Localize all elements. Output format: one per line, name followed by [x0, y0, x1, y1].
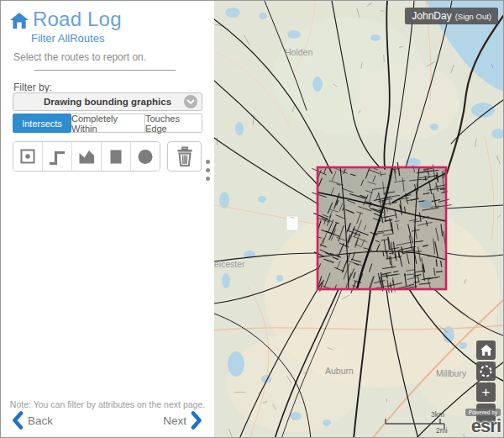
filter-subtitle: Filter AllRoutes [31, 32, 104, 45]
sign-out-link[interactable]: (Sign Out) [455, 12, 491, 21]
chevron-left-icon [12, 411, 24, 430]
route-name-underline [34, 70, 176, 71]
polygon-tool-icon [76, 146, 97, 166]
chevron-right-icon [191, 411, 202, 430]
point-tool-icon [18, 146, 38, 166]
spatial-mode-segmented: Intersects Completely Within Touches Edg… [13, 113, 202, 133]
instruction-text: Select the routes to report on. [13, 51, 146, 63]
home-icon[interactable] [9, 11, 29, 31]
selection-fill [318, 167, 446, 289]
trash-icon [175, 145, 195, 167]
label-leicester: Leicester [214, 259, 245, 269]
zoom-in-button[interactable]: + [476, 383, 496, 402]
home-icon [480, 345, 492, 356]
map-view[interactable]: Holden Leicester Auburn Millbury 3km 2mi… [214, 1, 503, 437]
rectangle-tool-icon [106, 146, 126, 166]
app-header: Road Log [9, 8, 122, 31]
back-label: Back [28, 414, 53, 427]
basemap: Holden Leicester Auburn Millbury 3km 2mi [214, 1, 503, 437]
mode-intersects[interactable]: Intersects [13, 113, 71, 133]
panel-drag-handle[interactable] [205, 160, 212, 185]
point-tool-button[interactable] [13, 142, 42, 171]
mode-completely-within[interactable]: Completely Within [71, 113, 145, 133]
wizard-nav: Back Next [1, 411, 214, 433]
mode-touches-edge[interactable]: Touches Edge [145, 113, 202, 133]
attribute-note: Note: You can filter by attributes on th… [1, 399, 214, 409]
polyline-tool-icon [47, 146, 67, 166]
label-millbury: Millbury [436, 368, 467, 378]
locate-icon [479, 364, 493, 378]
dropdown-value: Drawing bounding graphics [44, 97, 171, 107]
filter-by-label: Filter by: [13, 82, 52, 93]
circle-tool-icon [135, 146, 155, 166]
page-title: Road Log [33, 8, 122, 30]
user-button[interactable]: JohnDay (Sign Out) [405, 8, 498, 24]
home-extent-button[interactable] [476, 340, 496, 360]
polygon-tool-button[interactable] [71, 142, 101, 171]
polyline-tool-button[interactable] [42, 142, 71, 171]
user-name: JohnDay [412, 10, 451, 22]
locate-button[interactable] [476, 361, 496, 381]
next-label: Next [163, 414, 186, 427]
label-holden: Holden [285, 47, 312, 57]
back-button[interactable]: Back [12, 411, 57, 430]
map-attribution: Powered by esri [465, 403, 501, 435]
chevron-down-circle-icon [184, 95, 197, 108]
map-white-patch [286, 216, 298, 230]
scale-mi-label: 2mi [436, 426, 448, 435]
circle-tool-button[interactable] [130, 142, 160, 171]
rectangle-tool-button[interactable] [101, 142, 130, 171]
left-panel: Road Log Filter AllRoutes Select the rou… [1, 1, 214, 437]
draw-tool-group [13, 141, 160, 172]
filter-method-dropdown[interactable]: Drawing bounding graphics [13, 92, 202, 111]
esri-logo: esri [471, 415, 501, 436]
scale-km-label: 3km [431, 410, 444, 419]
next-button[interactable]: Next [159, 411, 202, 430]
label-auburn: Auburn [325, 366, 354, 376]
clear-graphics-button[interactable] [167, 141, 202, 172]
app-window: Road Log Filter AllRoutes Select the rou… [0, 0, 504, 438]
